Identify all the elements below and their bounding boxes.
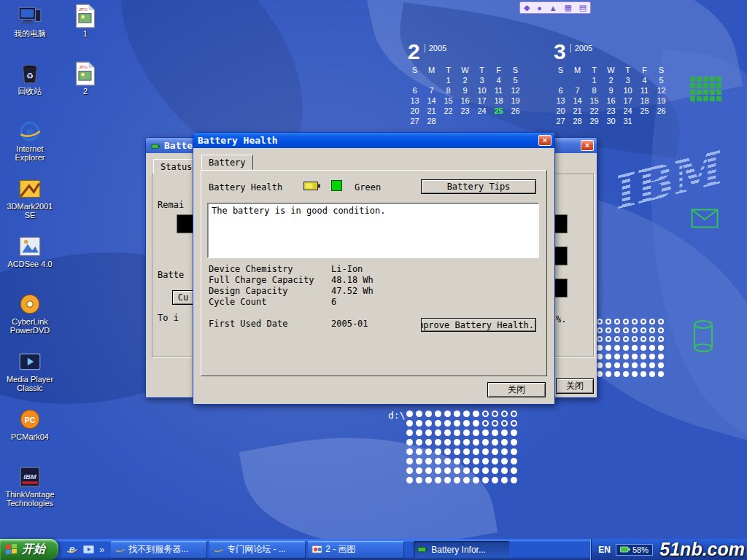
media-player-classic-icon [18,349,42,374]
field-value: Li-Ion [331,264,363,274]
task-label: 找不到服务器... [128,543,188,556]
desktop-icon-internet-explorer[interactable]: eInternet Explorer [1,117,58,174]
media-player-icon[interactable] [82,543,95,556]
desktop-widget-toolbar[interactable] [519,1,591,14]
taskbar: 开始 e e找不到服务器...e专门网论坛 - ...2 - 画图Battery… [0,539,747,560]
close-icon[interactable] [538,135,551,146]
battery-health-titlebar[interactable]: Battery Health [193,133,554,148]
start-label: 开始 [22,542,45,557]
field-label: Full Charge Capacity [209,275,314,285]
battery-field-row: Cycle Count6 [201,297,546,308]
health-label: Battery Health [209,182,282,192]
field-value: 2005-01 [331,319,368,329]
desktop-icon-label: Media Player Classic [1,375,58,392]
keypad-grid-icon [690,77,724,104]
start-button[interactable]: 开始 [0,539,58,560]
grid-icon[interactable] [564,3,571,12]
desktop-icon-my-computer[interactable]: 我的电脑 [1,1,58,59]
window-title: Batte [164,140,193,151]
task-button-strip: e找不到服务器...e专门网论坛 - ...2 - 画图Battery Info… [109,539,510,560]
svg-text:IBM: IBM [23,472,37,481]
battery-tray-indicator[interactable]: 58% [616,544,653,556]
battery-health-dialog: Battery Health Battery Battery Health Gr… [193,132,555,405]
wallpaper-calendar-february: 22005 SMTWTFS123456789101112131415161718… [406,41,524,126]
desktop: 22005 SMTWTFS123456789101112131415161718… [0,0,747,539]
taskbar-task-button[interactable]: 2 - 画图 [308,541,403,558]
internet-explorer-icon: e [18,119,42,144]
play-icon[interactable] [549,4,557,12]
record-icon[interactable] [537,4,542,12]
task-label: Battery Infor... [431,545,486,555]
desktop-icon-recycle-bin[interactable]: ♻回收站 [1,59,58,117]
desktop-icon-label: 2 [83,87,88,96]
taskbar-task-button[interactable]: e找不到服务器... [111,541,206,558]
battery-tips-button[interactable]: Battery Tips [421,179,536,194]
battery-icon [150,141,161,150]
file-icon-column: JPG1JPG2 [69,1,102,117]
desktop-icon-thinkvantage-technologies[interactable]: IBMThinkVantage Technologies [1,462,58,520]
windows-logo-icon [6,544,18,555]
battery-tab-pane: Battery Health Green Battery Tips The ba… [201,170,547,376]
to-increase-label: To i [158,313,179,323]
battery-icon [620,546,630,553]
desktop-icon-3dmark2001-se[interactable]: 3DMark2001 SE [1,174,58,232]
desktop-icon-jpg-file-2[interactable]: JPG2 [69,59,102,117]
ie-icon: e [213,544,224,555]
desktop-icon-label: CyberLink PowerDVD [1,317,58,335]
system-tray: EN 58% [590,539,747,560]
pcmark04-icon: PC [18,407,42,432]
close-window-button[interactable]: 关闭 [556,378,594,394]
field-value: 47.52 Wh [331,286,374,296]
jpg-file-2-icon: JPG [73,61,98,86]
task-label: 2 - 画图 [325,543,355,556]
desktop-icon-label: 1 [83,29,88,38]
tab-battery[interactable]: Battery [201,155,253,170]
battery-label: Batte [158,270,184,280]
notes-icon[interactable] [579,3,587,12]
calendar-month-number: 2 [408,41,420,63]
battery-cylinder-icon [692,319,714,354]
calendar-month-number: 3 [554,41,566,63]
paint-icon [311,544,322,555]
battery-icon [417,544,428,555]
taskbar-task-button[interactable]: e专门网论坛 - ... [209,541,305,558]
calendar-year: 2005 [425,44,446,52]
chevron-expand-icon[interactable] [99,544,104,555]
battery-field-row: Device ChemistryLi-Ion [201,264,546,275]
envelope-icon [691,209,719,228]
desktop-icon-label: ThinkVantage Technologies [1,490,58,508]
gauge-block [554,279,568,298]
svg-text:PC: PC [25,416,36,424]
drive-label: d:\ [388,410,405,421]
close-dialog-button[interactable]: 关闭 [487,382,546,397]
battery-icon [303,181,321,191]
desktop-icon-cyberlink-powerdvd[interactable]: CyberLink PowerDVD [1,289,58,347]
desktop-icon-acdsee[interactable]: ACDSee 4.0 [1,232,58,289]
language-indicator[interactable]: EN [598,545,611,555]
desktop-icon-jpg-file-1[interactable]: JPG1 [69,1,102,59]
svg-text:e: e [69,543,75,555]
current-settings-button[interactable]: Cu [172,290,194,305]
svg-text:♻: ♻ [26,71,34,80]
battery-field-row: Design Capacity47.52 Wh [201,286,546,297]
gauge-block [554,214,568,233]
taskbar-task-button[interactable]: Battery Infor... [414,541,509,558]
cyberlink-powerdvd-icon [18,292,42,316]
gauge-block [554,246,568,265]
3dmark2001-se-icon [18,176,42,201]
battery-health-body: Battery Battery Health Green Battery Tip… [195,148,553,402]
dialog-title: Battery Health [198,135,278,146]
remaining-label: Remai [158,200,184,210]
gauge-block [177,214,194,233]
svg-text:JPG: JPG [79,64,88,69]
my-computer-icon [18,4,42,28]
desktop-icon-media-player-classic[interactable]: Media Player Classic [1,347,58,405]
battery-field-row: Full Charge Capacity48.18 Wh [201,275,546,286]
internet-explorer-icon[interactable]: e [66,543,78,556]
desktop-icon-label: ACDSee 4.0 [7,260,52,268]
pointer-icon[interactable] [524,3,530,12]
field-label: Cycle Count [209,297,266,307]
improve-battery-health-button[interactable]: Improve Battery Health... [421,318,536,332]
desktop-icon-pcmark04[interactable]: PCPCMark04 [1,405,58,462]
close-icon[interactable] [581,140,594,151]
